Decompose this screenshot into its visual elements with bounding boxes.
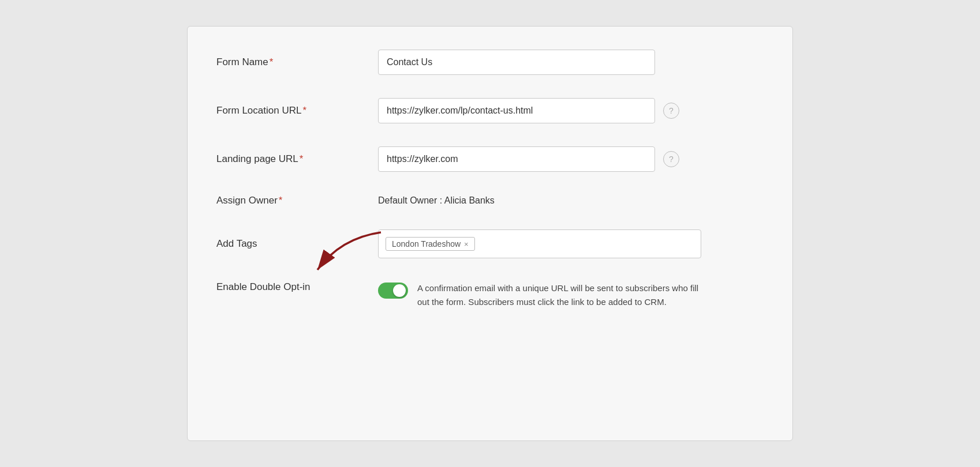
landing-page-url-input[interactable] [378, 146, 655, 172]
landing-page-url-label: Landing page URL* [216, 153, 378, 165]
form-name-input[interactable] [378, 50, 655, 75]
form-name-label: Form Name* [216, 57, 378, 68]
double-opt-in-description: A confirmation email with a unique URL w… [417, 281, 706, 309]
landing-page-url-row: Landing page URL* ? [216, 146, 764, 172]
form-location-url-row: Form Location URL* ? [216, 98, 764, 123]
toggle-knob [393, 284, 406, 297]
assign-owner-row: Assign Owner* Default Owner : Alicia Ban… [216, 195, 764, 206]
form-panel: Form Name* Form Location URL* ? Landing … [187, 26, 793, 441]
enable-double-opt-in-field: A confirmation email with a unique URL w… [378, 281, 764, 309]
assign-owner-label: Assign Owner* [216, 195, 378, 206]
form-location-url-label: Form Location URL* [216, 105, 378, 116]
required-star-url: * [302, 105, 306, 116]
assign-owner-value: Default Owner : Alicia Banks [378, 195, 495, 206]
enable-double-opt-in-row: Enable Double Opt-in A confirmation emai… [216, 281, 764, 309]
opt-in-wrapper: Enable Double Opt-in A confirmation emai… [216, 281, 764, 309]
landing-page-help-icon[interactable]: ? [663, 151, 679, 167]
form-location-url-input[interactable] [378, 98, 655, 123]
form-name-row: Form Name* [216, 50, 764, 75]
form-name-field [378, 50, 764, 75]
add-tags-field: London Tradeshow × [378, 229, 764, 258]
tag-item-london-tradeshow: London Tradeshow × [386, 237, 475, 251]
required-star-landing: * [300, 153, 304, 164]
form-location-url-field: ? [378, 98, 764, 123]
required-star-name: * [270, 57, 274, 67]
tag-close-icon[interactable]: × [464, 240, 469, 248]
landing-page-url-field: ? [378, 146, 764, 172]
form-location-help-icon[interactable]: ? [663, 103, 679, 119]
add-tags-label: Add Tags [216, 238, 378, 250]
double-opt-in-toggle[interactable] [378, 283, 408, 299]
tags-input-container[interactable]: London Tradeshow × [378, 229, 701, 258]
add-tags-row: Add Tags London Tradeshow × [216, 229, 764, 258]
assign-owner-field: Default Owner : Alicia Banks [378, 195, 764, 206]
tag-text: London Tradeshow [392, 239, 461, 248]
required-star-owner: * [279, 195, 283, 206]
enable-double-opt-in-label: Enable Double Opt-in [216, 281, 378, 293]
